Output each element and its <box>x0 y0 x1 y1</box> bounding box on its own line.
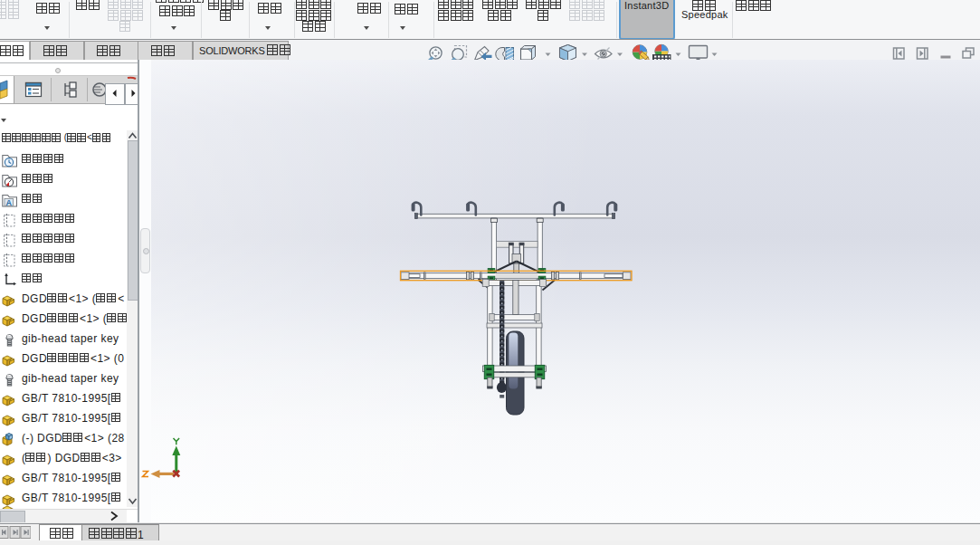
svg-text:A: A <box>6 198 13 207</box>
